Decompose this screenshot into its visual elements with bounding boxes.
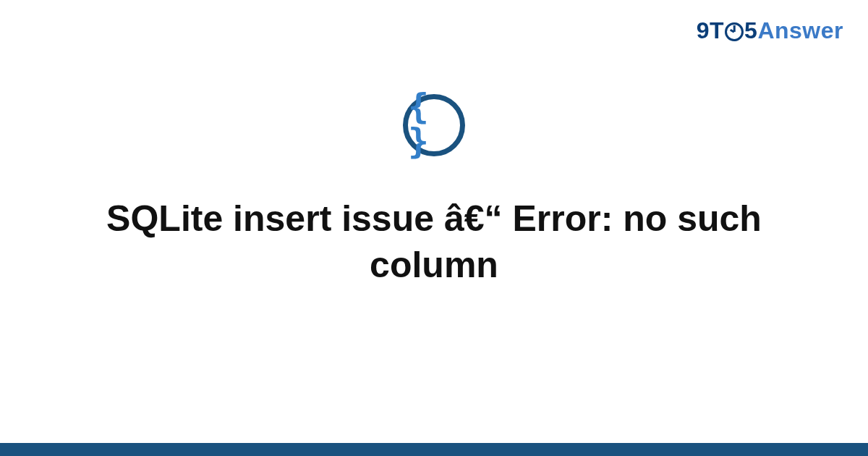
page-title: SQLite insert issue â€“ Error: no such c…	[87, 195, 781, 288]
card-page: 9T5Answer { } SQLite insert issue â€“ Er…	[0, 0, 868, 456]
footer-bar	[0, 443, 868, 456]
logo-answer: Answer	[757, 17, 843, 43]
category-badge: { }	[403, 94, 465, 156]
logo-nine: 9	[697, 17, 710, 43]
center-content: { } SQLite insert issue â€“ Error: no su…	[0, 94, 868, 288]
clock-icon	[725, 22, 744, 41]
logo-five: 5	[744, 17, 757, 43]
braces-icon: { }	[408, 89, 460, 159]
site-logo: 9T5Answer	[697, 17, 843, 44]
logo-t: T	[710, 17, 724, 43]
